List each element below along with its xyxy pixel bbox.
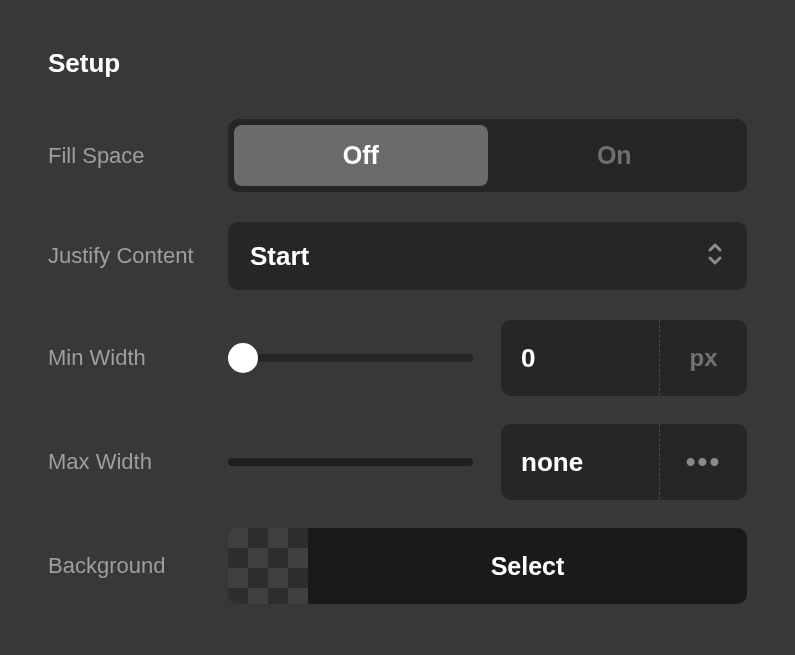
min-width-slider[interactable]: [228, 354, 473, 362]
justify-content-label: Justify Content: [48, 241, 228, 271]
background-label: Background: [48, 551, 228, 581]
justify-content-select[interactable]: Start: [228, 222, 747, 290]
max-width-slider[interactable]: [228, 458, 473, 466]
justify-content-value: Start: [250, 241, 309, 272]
min-width-label: Min Width: [48, 343, 228, 373]
fill-space-toggle[interactable]: Off On: [228, 119, 747, 192]
section-title: Setup: [48, 48, 747, 79]
fill-space-label: Fill Space: [48, 141, 228, 171]
min-width-unit[interactable]: px: [659, 320, 747, 396]
min-width-slider-thumb[interactable]: [228, 343, 258, 373]
chevron-up-down-icon: [705, 240, 725, 272]
background-select-button[interactable]: Select: [308, 528, 747, 604]
max-width-input[interactable]: none •••: [501, 424, 747, 500]
fill-space-on[interactable]: On: [488, 125, 742, 186]
min-width-input[interactable]: 0 px: [501, 320, 747, 396]
ellipsis-icon: •••: [686, 446, 721, 478]
max-width-label: Max Width: [48, 447, 228, 477]
fill-space-off[interactable]: Off: [234, 125, 488, 186]
max-width-value[interactable]: none: [501, 424, 659, 500]
min-width-value[interactable]: 0: [501, 320, 659, 396]
max-width-more[interactable]: •••: [659, 424, 747, 500]
background-swatch[interactable]: [228, 528, 308, 604]
